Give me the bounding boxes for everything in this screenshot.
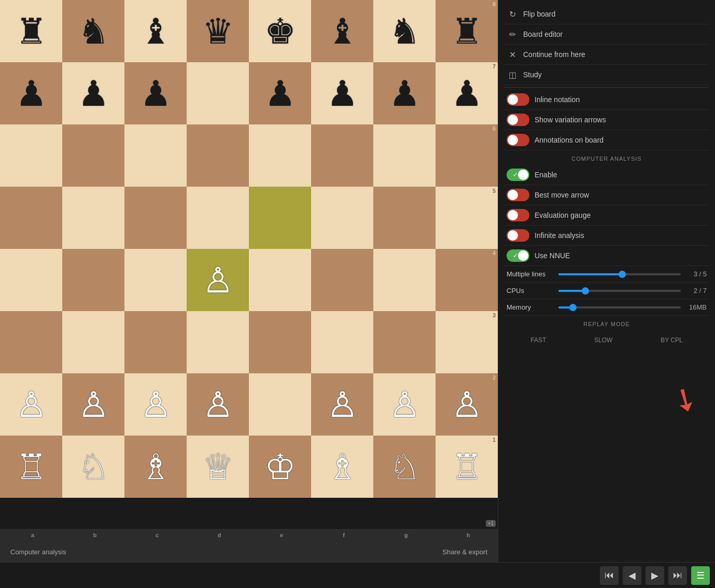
cell[interactable]: ♙ xyxy=(0,373,62,436)
cell[interactable] xyxy=(373,311,436,373)
cell[interactable]: 4 xyxy=(436,249,498,311)
cell[interactable]: ♝ xyxy=(311,0,373,62)
cell[interactable] xyxy=(124,249,187,311)
cell[interactable] xyxy=(249,373,311,436)
cell[interactable]: ♟ xyxy=(373,62,436,124)
cell[interactable] xyxy=(311,124,373,187)
cell[interactable] xyxy=(124,187,187,249)
cell[interactable]: ♔ xyxy=(249,436,311,498)
cell[interactable] xyxy=(62,249,124,311)
next-move-button[interactable]: ▶ xyxy=(646,566,664,585)
cell[interactable] xyxy=(0,311,62,373)
cell[interactable]: ♜ xyxy=(0,0,62,62)
cell[interactable] xyxy=(249,249,311,311)
cell[interactable] xyxy=(373,249,436,311)
cell[interactable] xyxy=(0,249,62,311)
last-move-button[interactable]: ⏭ xyxy=(668,566,687,585)
infinite-analysis-toggle[interactable]: ✕ xyxy=(507,229,529,242)
cell[interactable] xyxy=(62,187,124,249)
best-move-arrow-toggle[interactable]: ✕ xyxy=(507,189,529,201)
cell[interactable] xyxy=(187,311,249,373)
memory-thumb[interactable] xyxy=(569,304,577,311)
cell[interactable] xyxy=(187,124,249,187)
cell[interactable]: ♕ xyxy=(187,436,249,498)
flip-board-item[interactable]: ↻ Flip board xyxy=(504,4,709,24)
cpus-row: CPUs 2 / 7 xyxy=(504,283,709,299)
evaluation-gauge-row: ✕ Evaluation gauge xyxy=(504,205,709,226)
cell[interactable]: ♙ xyxy=(373,373,436,436)
cell[interactable]: 7♟ xyxy=(436,62,498,124)
menu-button[interactable]: ☰ xyxy=(691,566,710,585)
cell[interactable]: ♟ xyxy=(124,62,187,124)
cell[interactable] xyxy=(373,124,436,187)
cell[interactable]: ♟ xyxy=(62,62,124,124)
divider-1 xyxy=(504,87,709,88)
cell[interactable]: ♚ xyxy=(249,0,311,62)
cell[interactable]: ♞ xyxy=(62,0,124,62)
cell[interactable] xyxy=(187,62,249,124)
share-export-label[interactable]: Share & export xyxy=(442,548,487,556)
cell[interactable]: 1♖ xyxy=(436,436,498,498)
board-editor-item[interactable]: ✏ Board editor xyxy=(504,24,709,45)
cell[interactable] xyxy=(0,187,62,249)
replay-by-cpl[interactable]: BY CPL xyxy=(656,334,686,346)
replay-fast[interactable]: FAST xyxy=(526,334,550,346)
cell[interactable] xyxy=(187,187,249,249)
multiple-lines-thumb[interactable] xyxy=(619,271,626,278)
replay-slow[interactable]: SLOW xyxy=(590,334,616,346)
cell[interactable] xyxy=(62,124,124,187)
cell[interactable]: ♙ xyxy=(311,373,373,436)
cell[interactable]: ♘ xyxy=(373,436,436,498)
chess-piece: ♖ xyxy=(16,449,47,484)
cell[interactable]: ♟ xyxy=(311,62,373,124)
evaluation-gauge-toggle[interactable]: ✕ xyxy=(507,209,529,221)
cell[interactable] xyxy=(311,187,373,249)
flip-board-label: Flip board xyxy=(523,10,555,18)
plus-one-badge: +1 xyxy=(486,520,496,527)
cell[interactable]: ♞ xyxy=(373,0,436,62)
cell[interactable]: ♖ xyxy=(0,436,62,498)
cell[interactable]: 8♜ xyxy=(436,0,498,62)
computer-analysis-label[interactable]: Computer analysis xyxy=(10,548,66,556)
cell[interactable]: ♟ xyxy=(0,62,62,124)
cell[interactable]: ♙ xyxy=(187,373,249,436)
use-nnue-toggle[interactable]: ✓ xyxy=(507,249,529,262)
cell[interactable]: 3 xyxy=(436,311,498,373)
cell[interactable]: ♛ xyxy=(187,0,249,62)
chess-board[interactable]: ♜♞♝♛♚♝♞8♜♟♟♟♟♟♟7♟65♙43♙♙♙♙♙♙2♙♖♘♗♕♔♗♘1♖ xyxy=(0,0,498,498)
cell[interactable]: 2♙ xyxy=(436,373,498,436)
cell[interactable]: 6 xyxy=(436,124,498,187)
chess-piece: ♞ xyxy=(389,13,420,49)
annotations-on-board-toggle[interactable]: ✕ xyxy=(507,134,529,146)
cell[interactable]: ♙ xyxy=(124,373,187,436)
cell[interactable] xyxy=(311,311,373,373)
cell[interactable] xyxy=(249,124,311,187)
first-move-button[interactable]: ⏮ xyxy=(600,566,619,585)
cell[interactable] xyxy=(311,249,373,311)
prev-move-button[interactable]: ◀ xyxy=(623,566,641,585)
chess-piece: ♟ xyxy=(451,76,483,111)
cell[interactable] xyxy=(62,311,124,373)
cell[interactable]: ♟ xyxy=(249,62,311,124)
cell[interactable] xyxy=(0,124,62,187)
cell[interactable] xyxy=(373,187,436,249)
cell[interactable]: ♙ xyxy=(187,249,249,311)
cell[interactable]: ♗ xyxy=(311,436,373,498)
inline-notation-toggle[interactable]: ✕ xyxy=(507,93,529,106)
cell[interactable]: ♙ xyxy=(62,373,124,436)
study-item[interactable]: ◫ Study xyxy=(504,65,709,85)
cell[interactable] xyxy=(124,124,187,187)
cell[interactable]: ♝ xyxy=(124,0,187,62)
cell[interactable]: 5 xyxy=(436,187,498,249)
cpus-thumb[interactable] xyxy=(582,287,589,295)
file-label: b xyxy=(62,529,124,541)
show-variation-arrows-toggle[interactable]: ✕ xyxy=(507,114,529,126)
cell[interactable]: ♗ xyxy=(124,436,187,498)
enable-toggle[interactable]: ✓ xyxy=(507,169,529,181)
cell[interactable] xyxy=(249,187,311,249)
arrow-area: ➘ xyxy=(504,360,709,423)
continue-from-here-item[interactable]: ✕ Continue from here xyxy=(504,45,709,65)
cell[interactable] xyxy=(124,311,187,373)
cell[interactable] xyxy=(249,311,311,373)
cell[interactable]: ♘ xyxy=(62,436,124,498)
